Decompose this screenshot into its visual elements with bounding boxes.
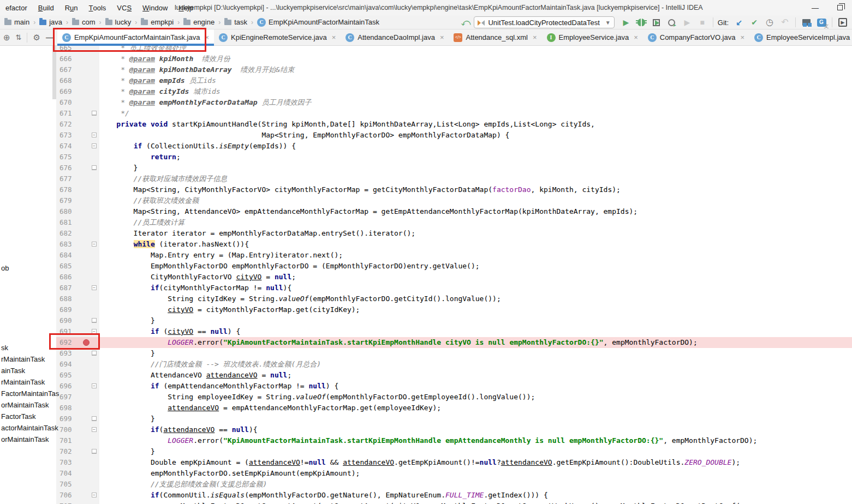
code-line-665[interactable]: 665 * 员工绩效金额处理	[56, 46, 852, 53]
code-line-686[interactable]: 686 CityMonthlyFactorVO cityVO = null;	[56, 272, 852, 283]
menu-item-run[interactable]: Run	[59, 0, 84, 15]
code-line-696[interactable]: 696− if (empAttendanceMonthlyFactorMap !…	[56, 381, 852, 392]
fold-marker-icon[interactable]	[92, 111, 97, 116]
close-icon[interactable]: ×	[533, 33, 537, 41]
close-icon[interactable]: ×	[440, 33, 444, 41]
gutter-line-number[interactable]: 701	[56, 435, 99, 446]
fold-marker-icon[interactable]	[92, 318, 97, 323]
breadcrumb-item-empkpi[interactable]: empkpi	[141, 18, 174, 26]
gutter-line-number[interactable]: 665	[56, 46, 99, 53]
gutter-line-number[interactable]: 703	[56, 457, 99, 468]
code-editor[interactable]: 665 * 员工绩效金额处理666 * @param kpiMonth 绩效月份…	[56, 46, 852, 504]
code-line-692[interactable]: 692 LOGGER.error("KpiAmountFactorMaintai…	[56, 337, 852, 348]
code-line-676[interactable]: 676 }	[56, 163, 852, 173]
fold-marker-icon[interactable]: −	[92, 383, 97, 388]
left-panel-item[interactable]: ob	[1, 264, 9, 272]
gutter-line-number[interactable]: 671	[56, 108, 99, 119]
gutter-line-number[interactable]: 695	[56, 370, 99, 381]
fold-marker-icon[interactable]	[92, 165, 97, 170]
menu-item-tools[interactable]: Tools	[84, 0, 112, 15]
breadcrumb-item-com[interactable]: com	[72, 18, 96, 26]
gutter-line-number[interactable]: 679	[56, 195, 99, 206]
fold-marker-icon[interactable]: −	[92, 493, 97, 497]
breadcrumb-item-EmpKpiAmountFactorMaintainTask[interactable]: CEmpKpiAmountFactorMaintainTask	[257, 18, 379, 27]
left-panel-item[interactable]: actorMaintainTask	[1, 424, 58, 432]
fold-marker-icon[interactable]: −	[92, 427, 97, 432]
code-line-673[interactable]: 673− Map<String, EmpMonthlyFactorDO> emp…	[56, 130, 852, 141]
code-line-701[interactable]: 701 LOGGER.error("KpiAmountFactorMaintai…	[56, 435, 852, 446]
gutter-line-number[interactable]: 666	[56, 53, 99, 64]
code-line-678[interactable]: 678 Map<String, CityMonthlyFactorVO> cit…	[56, 184, 852, 195]
code-line-699[interactable]: 699 }	[56, 413, 852, 424]
run-anything-button[interactable]: ▶	[836, 16, 850, 29]
code-line-704[interactable]: 704 empMonthlyFactorDO.setEmpKpiAmount(e…	[56, 468, 852, 479]
code-line-706[interactable]: 706− if(CommonUtil.isEquals(empMonthlyFa…	[56, 490, 852, 501]
code-line-693[interactable]: 693 }	[56, 348, 852, 359]
project-structure-button[interactable]	[799, 16, 813, 29]
gutter-line-number[interactable]: 684	[56, 250, 99, 261]
code-line-672[interactable]: 672 private void startKpiAmountHandle(St…	[56, 119, 852, 130]
gutter-line-number[interactable]: 682	[56, 228, 99, 239]
fold-marker-icon[interactable]: −	[92, 242, 97, 247]
editor-tab-empkpiamountfactormaintaintask-java[interactable]: CEmpKpiAmountFactorMaintainTask.java×	[57, 29, 214, 45]
code-line-685[interactable]: 685 EmpMonthlyFactorDO empMonthlyFactorD…	[56, 261, 852, 272]
gutter-line-number[interactable]: 707	[56, 501, 99, 504]
breadcrumb-item-java[interactable]: java	[39, 18, 62, 26]
close-icon[interactable]: ×	[205, 33, 209, 41]
left-panel-scrollbar[interactable]	[52, 46, 56, 99]
code-line-677[interactable]: 677 //获取对应城市绩效因子信息	[56, 173, 852, 184]
gutter-line-number[interactable]: 698	[56, 403, 99, 413]
left-panel-item[interactable]: rMaintainTask	[1, 355, 45, 363]
locate-icon[interactable]: ⊕	[3, 33, 10, 43]
breadcrumb-item-engine[interactable]: engine	[183, 18, 215, 26]
git-commit-button[interactable]: ✔	[747, 16, 761, 29]
close-icon[interactable]: ×	[634, 33, 638, 41]
gutter-line-number[interactable]: 699	[56, 413, 99, 424]
gutter-line-number[interactable]: 669	[56, 86, 99, 97]
left-panel-item[interactable]: orMaintainTask	[1, 401, 49, 409]
code-line-667[interactable]: 667 * @param kpiMonthDateArray 绩效月开始&结束	[56, 64, 852, 75]
code-line-687[interactable]: 687− if(cityMonthlyFactorMap != null){	[56, 283, 852, 293]
gutter-line-number[interactable]: 668	[56, 75, 99, 86]
code-line-684[interactable]: 684 Map.Entry entry = (Map.Entry)iterato…	[56, 250, 852, 261]
gutter-line-number[interactable]: 672	[56, 119, 99, 130]
code-line-670[interactable]: 670 * @param empMonthlyFactorDataMap 员工月…	[56, 97, 852, 108]
gutter-line-number[interactable]: 697	[56, 392, 99, 403]
code-line-680[interactable]: 680 Map<String, AttendanceVO> empAttenda…	[56, 206, 852, 217]
fold-marker-icon[interactable]: −	[92, 285, 97, 290]
gutter-line-number[interactable]: 691−	[56, 326, 99, 337]
gear-icon[interactable]: ⚙	[33, 33, 40, 43]
maximize-button[interactable]	[827, 0, 852, 15]
debug-button[interactable]	[634, 16, 648, 29]
editor-tab-companyfactorvo-java[interactable]: CCompanyFactorVO.java×	[643, 29, 749, 45]
code-line-688[interactable]: 688 String cityIdKey = String.valueOf(em…	[56, 293, 852, 304]
fold-marker-icon[interactable]: −	[92, 329, 97, 334]
breadcrumb-item-task[interactable]: task	[224, 18, 247, 26]
gutter-line-number[interactable]: 696−	[56, 381, 99, 392]
left-panel-item[interactable]: FactorTask	[1, 412, 36, 421]
left-panel-item[interactable]: ainTask	[1, 367, 25, 375]
code-line-707[interactable]: 707 empMonthlyFactorDO.setSupportAmount(…	[56, 501, 852, 504]
editor-tab-employeeserviceimpl-java[interactable]: CEmployeeServiceImpl.java×	[749, 29, 852, 45]
code-line-671[interactable]: 671 */	[56, 108, 852, 119]
code-line-683[interactable]: 683− while (iterator.hasNext()){	[56, 239, 852, 250]
fold-marker-icon[interactable]	[92, 449, 97, 454]
fold-marker-icon[interactable]: −	[92, 133, 97, 137]
gutter-line-number[interactable]: 667	[56, 64, 99, 75]
close-icon[interactable]: ×	[740, 33, 744, 41]
gutter-line-number[interactable]: 687−	[56, 283, 99, 293]
gutter-line-number[interactable]: 676	[56, 163, 99, 173]
code-line-697[interactable]: 697 String employeeIdKey = String.valueO…	[56, 392, 852, 403]
gutter-line-number[interactable]: 677	[56, 173, 99, 184]
gutter-line-number[interactable]: 702	[56, 446, 99, 457]
menu-item-window[interactable]: Window	[137, 0, 173, 15]
gutter-line-number[interactable]: 683−	[56, 239, 99, 250]
code-line-690[interactable]: 690 }	[56, 315, 852, 326]
gutter-line-number[interactable]: 678	[56, 184, 99, 195]
gutter-line-number[interactable]: 681	[56, 217, 99, 228]
editor-tab-attendance_sql-xml[interactable]: </>Attendance_sql.xml×	[449, 29, 541, 45]
run-with-coverage-button[interactable]	[650, 16, 664, 29]
code-line-703[interactable]: 703 Double empKpiAmount = (attendanceVO!…	[56, 457, 852, 468]
gutter-line-number[interactable]: 705	[56, 479, 99, 490]
editor-tab-attendancedaoimpl-java[interactable]: CAttendanceDaoImpl.java×	[341, 29, 449, 45]
